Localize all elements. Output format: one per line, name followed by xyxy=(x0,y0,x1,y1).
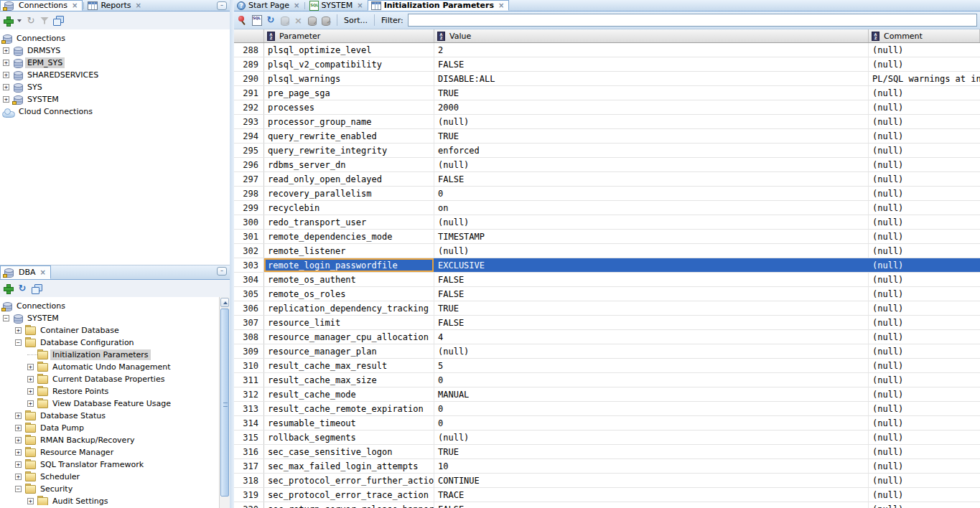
row-number-cell[interactable]: 320 xyxy=(234,502,264,508)
table-row[interactable]: 303remote_login_passwordfileEXCLUSIVE(nu… xyxy=(234,258,980,273)
row-number-cell[interactable]: 293 xyxy=(234,115,264,128)
table-row[interactable]: 319sec_protocol_error_trace_actionTRACE(… xyxy=(234,488,980,502)
comment-cell[interactable]: (null) xyxy=(869,86,980,100)
column-header-comment[interactable]: Comment xyxy=(869,29,980,42)
tree-item-drmsys[interactable]: DRMSYS xyxy=(0,44,230,57)
table-row[interactable]: 315rollback_segments(null)(null) xyxy=(234,431,980,445)
table-row[interactable]: 294query_rewrite_enabledTRUE(null) xyxy=(234,129,980,144)
value-cell[interactable]: TIMESTAMP xyxy=(434,230,869,243)
parameter-cell[interactable]: recovery_parallelism xyxy=(264,187,434,200)
table-row[interactable]: 297read_only_open_delayedFALSE(null) xyxy=(234,172,980,187)
value-cell[interactable]: (null) xyxy=(434,431,869,444)
parameter-cell[interactable]: plsql_v2_compatibility xyxy=(264,57,434,71)
comment-cell[interactable]: (null) xyxy=(869,144,980,157)
comment-cell[interactable]: (null) xyxy=(869,344,980,358)
value-cell[interactable]: DISABLE:ALL xyxy=(434,72,869,85)
table-row[interactable]: 288plsql_optimize_level2(null) xyxy=(234,43,980,57)
comment-cell[interactable]: (null) xyxy=(869,129,980,143)
parameter-cell[interactable]: query_rewrite_enabled xyxy=(264,129,434,143)
parameter-cell[interactable]: result_cache_remote_expiration xyxy=(264,402,434,415)
add-connection-button[interactable] xyxy=(3,16,13,26)
table-row[interactable]: 301remote_dependencies_modeTIMESTAMP(nul… xyxy=(234,230,980,244)
value-cell[interactable]: MANUAL xyxy=(434,387,869,401)
value-cell[interactable]: (null) xyxy=(434,158,869,171)
table-row[interactable]: 299recyclebinon(null) xyxy=(234,201,980,215)
value-cell[interactable]: FALSE xyxy=(434,502,869,508)
refresh-button[interactable] xyxy=(17,283,27,293)
value-cell[interactable]: FALSE xyxy=(434,172,869,186)
parameter-cell[interactable]: result_cache_max_result xyxy=(264,359,434,372)
parameter-cell[interactable]: resource_limit xyxy=(264,316,434,329)
comment-cell[interactable]: (null) xyxy=(869,474,980,487)
value-cell[interactable]: enforced xyxy=(434,144,869,157)
table-row[interactable]: 313result_cache_remote_expiration0(null) xyxy=(234,402,980,416)
row-number-cell[interactable]: 305 xyxy=(234,287,264,301)
table-row[interactable]: 298recovery_parallelism0(null) xyxy=(234,187,980,201)
row-number-cell[interactable]: 310 xyxy=(234,359,264,372)
tree-item-view-database-feature-usage[interactable]: View Database Feature Usage xyxy=(0,398,230,410)
table-row[interactable]: 289plsql_v2_compatibilityFALSE(null) xyxy=(234,57,980,72)
row-number-cell[interactable]: 311 xyxy=(234,373,264,387)
parameter-cell[interactable]: remote_os_authent xyxy=(264,273,434,286)
value-cell[interactable]: 5 xyxy=(434,359,869,372)
tree-item-restore-points[interactable]: Restore Points xyxy=(0,385,230,398)
tree-item-current-database-properties[interactable]: Current Database Properties xyxy=(0,373,230,385)
column-header-value[interactable]: Value xyxy=(434,29,869,42)
parameter-cell[interactable]: sec_max_failed_login_attempts xyxy=(264,459,434,473)
parameter-cell[interactable]: sec_case_sensitive_logon xyxy=(264,445,434,458)
table-row[interactable]: 295query_rewrite_integrityenforced(null) xyxy=(234,144,980,158)
parameter-cell[interactable]: plsql_warnings xyxy=(264,72,434,85)
vertical-scrollbar[interactable] xyxy=(219,297,230,508)
parameter-cell[interactable]: result_cache_max_size xyxy=(264,373,434,387)
comment-cell[interactable]: (null) xyxy=(869,187,980,200)
tree-item-connections[interactable]: Connections xyxy=(0,300,230,312)
expand-icon[interactable] xyxy=(27,364,34,370)
table-row[interactable]: 316sec_case_sensitive_logonTRUE(null) xyxy=(234,445,980,459)
value-cell[interactable]: TRUE xyxy=(434,86,869,100)
comment-cell[interactable]: (null) xyxy=(869,273,980,286)
scrollbar-thumb[interactable] xyxy=(220,309,229,497)
row-number-cell[interactable]: 291 xyxy=(234,86,264,100)
table-row[interactable]: 291pre_page_sgaTRUE(null) xyxy=(234,86,980,100)
comment-cell[interactable]: (null) xyxy=(869,330,980,344)
parameter-cell[interactable]: resource_manager_plan xyxy=(264,344,434,358)
value-cell[interactable]: FALSE xyxy=(434,57,869,71)
comment-cell[interactable]: (null) xyxy=(869,244,980,258)
tree-item-epm-sys[interactable]: EPM_SYS xyxy=(0,57,230,69)
table-row[interactable]: 312result_cache_modeMANUAL(null) xyxy=(234,387,980,402)
row-number-cell[interactable]: 312 xyxy=(234,387,264,401)
value-cell[interactable]: TRUE xyxy=(434,301,869,315)
table-row[interactable]: 314resumable_timeout0(null) xyxy=(234,416,980,431)
comment-cell[interactable]: (null) xyxy=(869,43,980,57)
refresh-button[interactable] xyxy=(26,16,36,26)
parameter-cell[interactable]: rollback_segments xyxy=(264,431,434,444)
parameter-cell[interactable]: read_only_open_delayed xyxy=(264,172,434,186)
minimize-panel-button[interactable] xyxy=(217,267,227,276)
table-row[interactable]: 293processor_group_name(null)(null) xyxy=(234,115,980,129)
parameter-cell[interactable]: remote_dependencies_mode xyxy=(264,230,434,243)
expand-icon[interactable] xyxy=(3,72,9,78)
tree-item-initialization-parameters[interactable]: Initialization Parameters xyxy=(0,349,230,361)
tab-connections[interactable]: Connections xyxy=(0,0,83,11)
table-row[interactable]: 302remote_listener(null)(null) xyxy=(234,244,980,258)
parameter-cell[interactable]: pre_page_sga xyxy=(264,86,434,100)
row-number-cell[interactable]: 297 xyxy=(234,172,264,186)
row-number-cell[interactable]: 313 xyxy=(234,402,264,415)
tab-start-page[interactable]: Start Page xyxy=(234,0,304,11)
row-number-cell[interactable]: 299 xyxy=(234,201,264,215)
row-number-cell[interactable]: 318 xyxy=(234,474,264,487)
value-cell[interactable]: 0 xyxy=(434,373,869,387)
table-row[interactable]: 309resource_manager_plan(null)(null) xyxy=(234,344,980,359)
expand-icon[interactable] xyxy=(3,84,9,90)
value-cell[interactable]: (null) xyxy=(434,244,869,258)
value-cell[interactable]: (null) xyxy=(434,344,869,358)
table-row[interactable]: 307resource_limitFALSE(null) xyxy=(234,316,980,330)
row-number-cell[interactable]: 300 xyxy=(234,215,264,229)
table-row[interactable]: 304remote_os_authentFALSE(null) xyxy=(234,273,980,287)
value-cell[interactable]: 10 xyxy=(434,459,869,473)
value-cell[interactable]: 0 xyxy=(434,402,869,415)
expand-icon[interactable] xyxy=(15,327,22,334)
insert-row-button[interactable] xyxy=(280,16,289,25)
table-row[interactable]: 317sec_max_failed_login_attempts10(null) xyxy=(234,459,980,474)
table-row[interactable]: 292processes2000(null) xyxy=(234,100,980,115)
